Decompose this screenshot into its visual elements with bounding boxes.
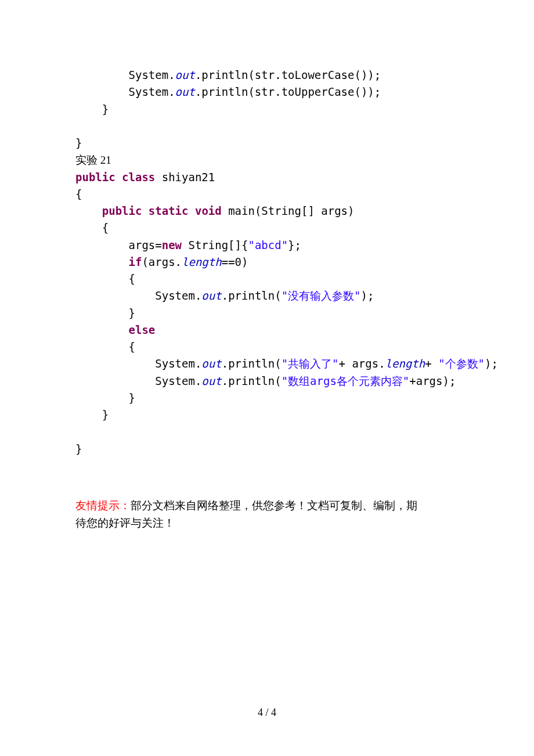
code-block: System.out.println(str.toLowerCase()); S… [75, 67, 459, 458]
code-line: } [75, 391, 135, 404]
code-text: .println(str.toUpperCase()); [195, 85, 381, 98]
code-text: (args. [142, 255, 182, 268]
code-text: System. [155, 375, 201, 387]
code-line [75, 85, 129, 98]
code-field: out [201, 357, 221, 370]
code-text: }; [288, 239, 301, 251]
section-heading: 实验 21 [75, 154, 111, 166]
code-text: ); [361, 289, 374, 302]
code-line: { [75, 340, 135, 353]
footer-note: 友情提示：部分文档来自网络整理，供您参考！文档可复制、编制，期 待您的好评与关注… [75, 497, 459, 532]
code-text [142, 204, 148, 217]
code-text [189, 204, 195, 217]
code-field: out [201, 375, 221, 387]
note-text: 部分文档来自网络整理，供您参考！文档可复制、编制，期 [131, 499, 417, 512]
code-line: } [75, 136, 82, 149]
code-keyword: if [129, 255, 142, 268]
code-string: "共输入了" [282, 357, 339, 370]
code-text: .println( [222, 357, 282, 370]
code-line: } [75, 103, 109, 116]
code-keyword: class [122, 171, 155, 183]
code-string: "没有输入参数" [282, 289, 361, 302]
code-indent [75, 357, 155, 370]
note-red-label: 友情提示： [75, 499, 131, 512]
code-text: System. [129, 69, 175, 81]
code-text: String[]{ [182, 239, 248, 251]
code-text: System. [155, 289, 201, 302]
code-text: System. [129, 85, 175, 98]
code-text: System. [155, 357, 201, 370]
code-text [116, 171, 122, 183]
code-indent [75, 323, 129, 336]
code-field: length [182, 255, 222, 268]
code-indent [75, 289, 155, 302]
code-text: main(String[] args) [222, 204, 355, 217]
code-keyword: public [102, 204, 142, 217]
code-field: out [201, 289, 221, 302]
code-string: "abcd" [248, 239, 288, 251]
code-text: shiyan21 [155, 171, 215, 183]
code-field: out [175, 85, 195, 98]
code-line: { [75, 221, 109, 234]
code-text: .println( [222, 375, 282, 387]
code-text: +args); [409, 375, 456, 387]
code-field: length [385, 357, 425, 370]
code-keyword: new [162, 239, 182, 251]
code-text: + args. [339, 357, 385, 370]
code-text: + [425, 357, 438, 370]
code-line [75, 69, 129, 81]
code-field: out [175, 69, 195, 81]
code-indent [75, 255, 129, 268]
code-line: } [75, 408, 109, 421]
code-line: } [75, 442, 82, 455]
code-indent [75, 204, 102, 217]
code-keyword: public [75, 171, 116, 183]
code-line: { [75, 272, 135, 285]
document-page: System.out.println(str.toLowerCase()); S… [0, 0, 534, 756]
code-text: .println( [222, 289, 282, 302]
code-string: "个参数" [438, 357, 485, 370]
code-text: args= [129, 239, 162, 251]
note-text: 待您的好评与关注！ [75, 517, 175, 529]
code-keyword: else [129, 323, 156, 336]
code-line: { [75, 188, 82, 200]
code-text: .println(str.toLowerCase()); [195, 69, 381, 81]
page-number: 4 / 4 [0, 705, 534, 721]
code-text: ); [485, 357, 498, 370]
code-keyword: static [149, 204, 189, 217]
code-text: ==0) [222, 255, 248, 268]
code-indent [75, 375, 155, 387]
code-string: "数组args各个元素内容" [282, 375, 410, 387]
code-keyword: void [195, 204, 222, 217]
code-indent [75, 239, 129, 251]
code-line: } [75, 307, 135, 319]
